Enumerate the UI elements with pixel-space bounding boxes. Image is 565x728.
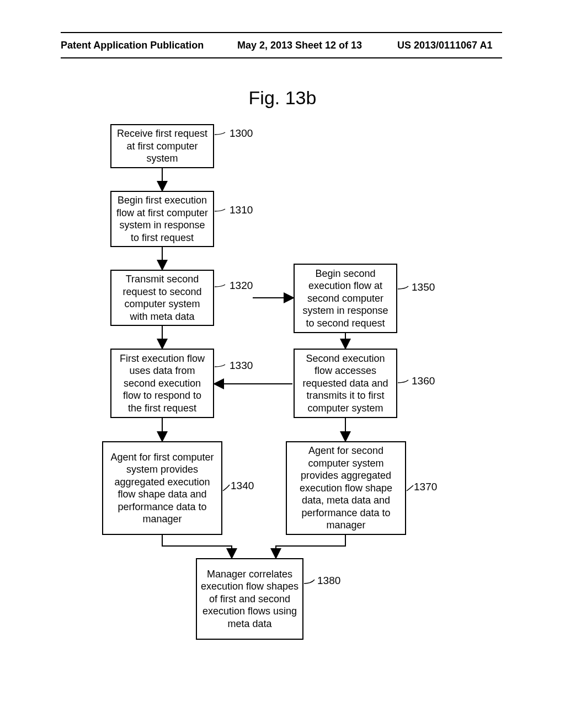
header-rule-bottom <box>61 57 502 58</box>
tick-1340 <box>223 485 230 491</box>
page: Patent Application Publication May 2, 20… <box>0 0 565 728</box>
box-1360: Second execution flow accesses requested… <box>294 349 397 418</box>
box-1330: First execution flow uses data from seco… <box>110 349 214 418</box>
box-1300: Receive first request at first computer … <box>110 124 214 168</box>
tick-1330 <box>215 365 225 367</box>
ref-1300: 1300 <box>230 127 253 140</box>
header-right: US 2013/0111067 A1 <box>397 40 492 51</box>
tick-1360 <box>398 380 408 383</box>
ref-1340: 1340 <box>231 480 254 492</box>
ref-1330: 1330 <box>230 360 253 372</box>
arrow-1340-1380 <box>162 535 232 557</box>
box-1380: Manager correlates execution flow shapes… <box>196 558 303 640</box>
box-1340: Agent for first computer system provides… <box>102 441 222 535</box>
figure-title: Fig. 13b <box>0 87 565 109</box>
box-1370: Agent for second computer system provide… <box>286 441 406 535</box>
ref-1360: 1360 <box>412 375 435 387</box>
tick-1300 <box>215 132 225 135</box>
tick-1380 <box>304 580 315 584</box>
header-mid: May 2, 2013 Sheet 12 of 13 <box>237 40 362 51</box>
box-1320: Transmit second request to second comput… <box>110 270 214 326</box>
ref-1370: 1370 <box>414 481 437 493</box>
header-left: Patent Application Publication <box>61 40 204 51</box>
tick-1370 <box>407 485 413 491</box>
tick-1350 <box>398 286 408 289</box>
arrow-1370-1380 <box>276 535 345 557</box>
tick-1320 <box>215 285 225 287</box>
ref-1320: 1320 <box>230 280 253 292</box>
ref-1310: 1310 <box>230 204 253 216</box>
box-1310: Begin first execution flow at first comp… <box>110 191 214 247</box>
tick-1310 <box>215 209 225 211</box>
header-rule-top <box>61 32 502 33</box>
ref-1380: 1380 <box>317 575 340 587</box>
box-1350: Begin second execution flow at second co… <box>294 264 397 333</box>
ref-1350: 1350 <box>412 281 435 293</box>
